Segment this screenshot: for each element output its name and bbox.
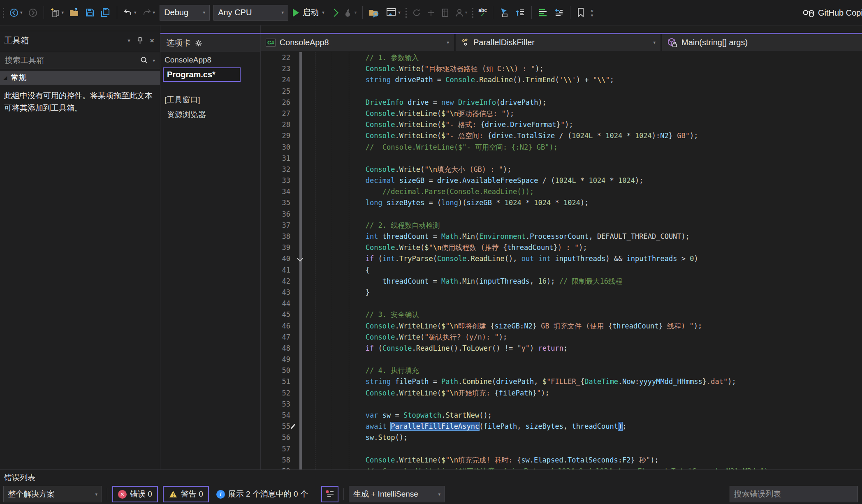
line-number[interactable]: 24 (261, 74, 290, 86)
line-number[interactable]: 45 (261, 309, 290, 320)
line-number[interactable]: 26 (261, 97, 290, 108)
code-line[interactable]: 38 int threadCount = Math.Min(Environmen… (261, 231, 862, 242)
redo-dropdown-icon[interactable]: ▾ (153, 10, 155, 15)
line-number[interactable]: 39 (261, 242, 290, 253)
line-number[interactable]: 31 (261, 153, 290, 164)
line-number[interactable]: 46 (261, 321, 290, 332)
navigate-forward-button[interactable] (27, 7, 39, 19)
code-area[interactable]: 22 // 1. 参数输入23 Console.Write("目标驱动器路径 (… (261, 51, 862, 469)
messages-filter-button[interactable]: i 展示 2 个消息中的 0 个 (214, 486, 311, 502)
code-line[interactable]: 29 Console.WriteLine($"- 总空间: {drive.Tot… (261, 130, 862, 141)
code-line[interactable]: 24 string drivePath = Console.ReadLine()… (261, 74, 862, 86)
code-line[interactable]: 58 Console.WriteLine($"\n填充完成! 耗时: {sw.E… (261, 455, 862, 466)
code-line[interactable]: 51 string filePath = Path.Combine(driveP… (261, 376, 862, 387)
code-line[interactable]: 36 (261, 209, 862, 220)
move-lines-button[interactable] (514, 6, 526, 19)
line-number[interactable]: 51 (261, 376, 290, 387)
new-window-button[interactable]: ▾ (385, 6, 401, 19)
save-all-button[interactable] (100, 7, 112, 19)
bookmark-button[interactable] (575, 6, 586, 19)
code-line[interactable]: 31 (261, 153, 862, 164)
warnings-filter-button[interactable]: 警告 0 (163, 486, 209, 502)
code-line[interactable]: 37 // 2. 线程数自动检测 (261, 220, 862, 231)
line-number[interactable]: 27 (261, 108, 290, 119)
message-view-button[interactable] (321, 486, 338, 502)
code-line[interactable]: 30 // Console.WriteLine($"- 可用空间: {:N2} … (261, 142, 862, 153)
code-line[interactable]: 50 // 4. 执行填充 (261, 365, 862, 376)
code-line[interactable]: 23 Console.Write("目标驱动器路径 (如 C:\\) : "); (261, 63, 862, 74)
code-line[interactable]: 28 Console.WriteLine($"- 格式: {drive.Driv… (261, 119, 862, 130)
line-number[interactable]: 41 (261, 265, 290, 276)
line-number[interactable]: 43 (261, 287, 290, 298)
spell-check-button[interactable]: abc ✓ (477, 7, 488, 18)
redo-button[interactable]: ▾ (141, 7, 156, 18)
code-line[interactable]: 41 { (261, 265, 862, 276)
line-number[interactable]: 22 (261, 52, 290, 63)
notebook-button[interactable] (440, 7, 450, 19)
code-line[interactable]: 34 //decimal.Parse(Console.ReadLine()); (261, 186, 862, 197)
gear-icon[interactable] (195, 39, 202, 47)
back-dropdown-icon[interactable]: ▾ (20, 10, 23, 15)
document-tab-item[interactable]: ConsoleApp8 (160, 53, 260, 67)
selection-mode-button[interactable] (498, 6, 510, 19)
document-tab-item[interactable]: Program.cs* (163, 67, 241, 82)
code-line[interactable]: 25 (261, 86, 862, 97)
code-line[interactable]: 44 (261, 298, 862, 309)
code-line[interactable]: 26 DriveInfo drive = new DriveInfo(drive… (261, 97, 862, 108)
account-button[interactable]: ▾ (454, 7, 468, 19)
code-line[interactable]: 57 (261, 444, 862, 455)
solution-platform-dropdown[interactable]: Any CPU ▾ (213, 5, 288, 21)
error-list-search-input[interactable]: 搜索错误列表 (730, 486, 858, 502)
account-dropdown-icon[interactable]: ▾ (465, 10, 468, 15)
open-folder-button[interactable] (68, 7, 81, 19)
save-button[interactable] (84, 7, 96, 19)
project-dropdown[interactable]: C# ConsoleApp8 ▾ (261, 34, 454, 51)
line-number[interactable]: 23 (261, 63, 290, 74)
line-number[interactable]: 35 (261, 197, 290, 208)
add-item-button[interactable] (426, 7, 436, 18)
code-line[interactable]: 27 Console.WriteLine($"\n驱动器信息: "); (261, 108, 862, 119)
start-dropdown-icon[interactable]: ▾ (322, 10, 324, 15)
new-project-button[interactable]: ▾ (49, 6, 65, 19)
line-number[interactable]: 44 (261, 298, 290, 309)
line-number[interactable]: 29 (261, 130, 290, 141)
code-line[interactable]: 59 // Console.WriteLine($"平均速度: {sizeByt… (261, 466, 862, 469)
code-line[interactable]: 46 Console.WriteLine($"\n即将创建 {sizeGB:N2… (261, 321, 862, 332)
start-debugging-button[interactable]: 启动 ▾ (292, 6, 325, 19)
toolbox-menu-icon[interactable]: ▾ (127, 38, 130, 43)
toolbar-overflow-button[interactable]: » ▾ (590, 7, 594, 19)
line-number[interactable]: 34 (261, 186, 290, 197)
toolbar-grip[interactable] (405, 7, 407, 18)
line-number[interactable]: 58 (261, 455, 290, 466)
document-tab-item[interactable]: [工具窗口] (160, 92, 260, 107)
code-line[interactable]: 39 Console.Write($"\n使用线程数 (推荐 {threadCo… (261, 242, 862, 253)
find-in-files-button[interactable] (368, 6, 381, 19)
code-line[interactable]: 53 (261, 399, 862, 410)
line-number[interactable]: 56 (261, 432, 290, 443)
line-number[interactable]: 28 (261, 119, 290, 130)
toolbar-grip[interactable] (2, 7, 5, 18)
code-line[interactable]: 43 } (261, 287, 862, 298)
line-number[interactable]: 38 (261, 231, 290, 242)
line-number[interactable]: 53 (261, 399, 290, 410)
code-line[interactable]: 52 Console.WriteLine($"\n开始填充: {filePath… (261, 388, 862, 399)
line-number[interactable]: 55 (261, 421, 290, 432)
member-dropdown[interactable]: Main(string[] args) (662, 34, 862, 51)
hot-reload-dropdown-icon[interactable]: ▾ (355, 10, 357, 15)
code-line[interactable]: 35 long sizeBytes = (long)(sizeGB * 1024… (261, 197, 862, 208)
line-number[interactable]: 25 (261, 86, 290, 97)
new-project-dropdown-icon[interactable]: ▾ (62, 10, 64, 15)
line-number[interactable]: 52 (261, 388, 290, 399)
code-line[interactable]: 40 if (int.TryParse(Console.ReadLine(), … (261, 253, 862, 264)
github-copilot-button[interactable]: GitHub Copilot (803, 0, 862, 25)
line-number[interactable]: 47 (261, 332, 290, 343)
pin-icon[interactable] (137, 37, 143, 44)
code-line[interactable]: 54 var sw = Stopwatch.StartNew(); (261, 410, 862, 421)
undo-dropdown-icon[interactable]: ▾ (134, 10, 137, 15)
line-number[interactable]: 49 (261, 354, 290, 365)
solution-configuration-dropdown[interactable]: Debug ▾ (160, 5, 210, 21)
line-number[interactable]: 30 (261, 142, 290, 153)
hot-reload-button[interactable]: ▾ (343, 7, 358, 19)
error-source-dropdown[interactable]: 生成 + IntelliSense ▾ (349, 486, 445, 502)
toolbox-search-input[interactable]: 搜索工具箱 ▾ (0, 52, 160, 69)
